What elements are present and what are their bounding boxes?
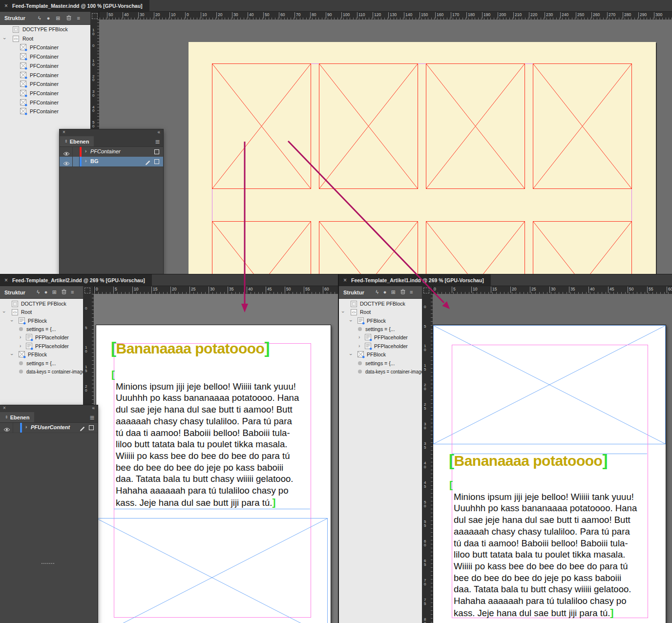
layer-row-pfcontainer[interactable]: › PFContainer <box>60 147 163 157</box>
panel-resize-handle[interactable] <box>42 563 54 564</box>
tree-item-pfcontainer[interactable]: PFContainer <box>0 108 90 116</box>
layer-target-box[interactable] <box>154 149 159 154</box>
trash-icon[interactable] <box>66 15 71 21</box>
master-ruler-origin[interactable] <box>90 12 99 20</box>
placeholder-frame[interactable] <box>533 63 632 189</box>
artikel1-horizontal-ruler[interactable]: 051015202530354045505560 <box>422 286 672 294</box>
chevron-right-icon[interactable]: › <box>20 343 21 350</box>
article-heading[interactable]: [Bananaaaa potatoooo] <box>449 451 608 470</box>
artikel1-vertical-ruler[interactable]: 051 01 52 02 53 03 54 04 55 05 56 06 57 … <box>422 294 433 623</box>
panel-menu-icon[interactable]: ≡ <box>155 138 160 146</box>
collapse-icon[interactable]: « <box>92 405 95 411</box>
layer-row-pfusercontent[interactable]: › PFUserContent <box>0 423 98 433</box>
master-horizontal-ruler[interactable]: 0504030201001020304050607080901001101201… <box>90 12 672 20</box>
close-icon[interactable]: × <box>3 405 6 411</box>
validate-structure-icon[interactable]: ϟ <box>37 290 40 295</box>
artikel1-document-canvas[interactable]: [Bananaaaa potatoooo] [Minions ipsum jij… <box>433 294 672 623</box>
image-placeholder-frame[interactable] <box>96 518 328 623</box>
tree-item-root[interactable]: › <> Root <box>0 309 83 317</box>
eye-icon[interactable] <box>63 159 70 168</box>
close-icon[interactable]: × <box>343 277 347 284</box>
trash-icon[interactable] <box>62 289 66 295</box>
artikel2-document-canvas[interactable]: [Bananaaaa potatoooo] [Minions ipsum jij… <box>94 294 338 623</box>
article-body-text[interactable]: [Minions ipsum jiji jeje belloo! Wiiiii … <box>116 369 299 508</box>
trash-icon[interactable] <box>400 289 405 295</box>
panel-menu-icon[interactable]: ≡ <box>410 290 413 295</box>
validate-structure-icon[interactable]: ϟ <box>376 290 378 295</box>
image-placeholder-frame[interactable] <box>433 325 666 444</box>
layer-name[interactable]: PFUserContent <box>31 424 70 430</box>
artikel2-ruler-origin[interactable] <box>83 286 94 294</box>
add-element-icon[interactable]: ⊞ <box>391 290 396 295</box>
validate-structure-icon[interactable]: ϟ <box>38 16 41 21</box>
tree-item-datakeys[interactable]: data-keys = container-image <box>0 368 83 376</box>
eye-icon[interactable] <box>3 425 10 434</box>
layer-target-box[interactable] <box>89 425 94 430</box>
tree-item-root[interactable]: › <> Root <box>0 35 90 43</box>
tree-item-pfblock-image[interactable]: › PFBlock <box>0 351 83 359</box>
master-document-tab[interactable]: × Feed-Template_Master.indd @ 100 % [GPU… <box>0 0 149 11</box>
tree-item-pfblock-text[interactable]: › PFBlock <box>339 317 422 326</box>
placeholder-frame[interactable] <box>426 63 525 189</box>
chevron-right-icon[interactable]: › <box>20 334 21 341</box>
close-icon[interactable]: × <box>4 277 8 284</box>
chevron-down-icon[interactable]: › <box>347 320 354 321</box>
master-page[interactable] <box>189 42 656 274</box>
chevron-down-icon[interactable]: › <box>8 320 15 321</box>
placeholder-frame[interactable] <box>319 63 418 189</box>
chevron-right-icon[interactable]: › <box>25 424 27 430</box>
artikel2-page[interactable]: [Bananaaaa potatoooo] [Minions ipsum jij… <box>96 325 331 623</box>
placeholder-frame[interactable] <box>426 221 525 274</box>
close-icon[interactable]: × <box>4 2 8 9</box>
master-document-canvas[interactable] <box>99 20 672 274</box>
record-icon[interactable]: ● <box>44 290 48 295</box>
add-element-icon[interactable]: ⊞ <box>52 290 57 295</box>
article-heading[interactable]: [Bananaaaa potatoooo] <box>111 339 270 357</box>
article-body-text[interactable]: [Minions ipsum jiji jeje belloo! Wiiiii … <box>454 479 637 619</box>
layer-target-box[interactable] <box>154 159 159 164</box>
tree-item-datakeys[interactable]: data-keys = container-image <box>339 368 422 376</box>
layer-name[interactable]: PFContainer <box>90 148 121 154</box>
tree-item-doctype[interactable]: DOCTYPE PFBlock <box>0 300 83 309</box>
tree-item-settings[interactable]: settings = {... <box>339 360 422 368</box>
tree-item-doctype[interactable]: DOCTYPE PFBlock <box>339 300 422 309</box>
tab-ebenen[interactable]: ⇕ Ebenen <box>60 136 94 146</box>
placeholder-frame[interactable] <box>319 221 418 274</box>
chevron-down-icon[interactable]: › <box>8 353 15 355</box>
tree-item-pfplaceholder[interactable]: › PFPlaceholder <box>339 343 422 351</box>
tree-item-settings[interactable]: settings = {... <box>339 326 422 334</box>
tree-item-pfcontainer[interactable]: PFContainer <box>0 72 90 80</box>
placeholder-frame[interactable] <box>212 63 311 189</box>
tree-item-pfcontainer[interactable]: PFContainer <box>0 90 90 98</box>
tab-ebenen[interactable]: ⇕ Ebenen <box>0 412 34 422</box>
tree-item-root[interactable]: › <> Root <box>339 309 422 317</box>
panel-menu-icon[interactable]: ≡ <box>77 16 80 21</box>
tree-item-doctype[interactable]: DOCTYPE PFBlock <box>0 26 90 34</box>
collapse-icon[interactable]: « <box>157 129 160 135</box>
tree-item-pfplaceholder[interactable]: › PFPlaceholder <box>0 334 83 342</box>
record-icon[interactable]: ● <box>47 16 50 21</box>
tree-item-pfblock-image[interactable]: › PFBlock <box>339 351 422 359</box>
tree-item-settings[interactable]: settings = {... <box>0 326 83 334</box>
placeholder-frame[interactable] <box>533 221 632 274</box>
chevron-right-icon[interactable]: › <box>358 343 360 350</box>
chevron-down-icon[interactable]: › <box>1 38 8 39</box>
layer-name[interactable]: BG <box>90 158 99 164</box>
tree-item-pfcontainer[interactable]: PFContainer <box>0 62 90 71</box>
tree-item-pfcontainer[interactable]: PFContainer <box>0 81 90 89</box>
tree-item-pfcontainer[interactable]: PFContainer <box>0 44 90 52</box>
chevron-down-icon[interactable]: › <box>339 312 346 313</box>
artikel2-horizontal-ruler[interactable]: 051015202530354045505560 <box>83 286 338 294</box>
tree-item-pfcontainer[interactable]: PFContainer <box>0 53 90 62</box>
artikel2-document-tab[interactable]: × Feed-Template_Artikel2.indd @ 269 % [G… <box>0 274 152 286</box>
add-element-icon[interactable]: ⊞ <box>56 16 60 21</box>
chevron-right-icon[interactable]: › <box>85 158 86 164</box>
chevron-right-icon[interactable]: › <box>85 148 86 154</box>
chevron-right-icon[interactable]: › <box>358 334 360 341</box>
placeholder-frame[interactable] <box>212 221 311 274</box>
panel-menu-icon[interactable]: ≡ <box>90 414 94 422</box>
close-icon[interactable]: × <box>63 129 65 135</box>
artikel1-document-tab[interactable]: × Feed-Template_Artikel1.indd @ 269 % [G… <box>339 274 491 286</box>
artikel1-ruler-origin[interactable] <box>422 286 433 294</box>
chevron-down-icon[interactable]: › <box>0 312 7 313</box>
